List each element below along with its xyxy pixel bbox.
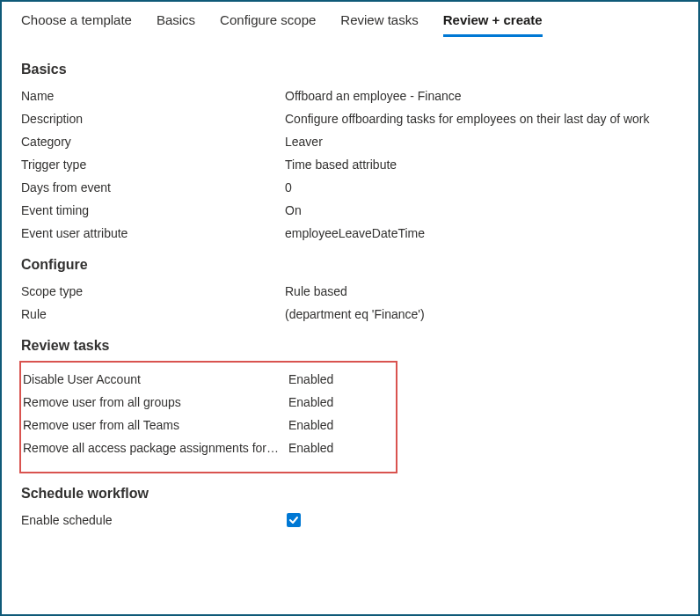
check-icon	[288, 515, 299, 525]
value-event-user-attribute: employeeLeaveDateTime	[285, 226, 679, 240]
review-tasks-highlight-box: Disable User Account Enabled Remove user…	[19, 361, 397, 473]
section-title-schedule: Schedule workflow	[21, 486, 679, 502]
label-event-user-attribute: Event user attribute	[21, 226, 285, 240]
value-scope-type: Rule based	[285, 284, 679, 298]
label-description: Description	[21, 112, 285, 126]
tab-basics[interactable]: Basics	[157, 12, 195, 37]
task-row: Remove user from all Teams Enabled	[21, 414, 389, 436]
enable-schedule-checkbox[interactable]	[287, 513, 301, 527]
task-row: Disable User Account Enabled	[21, 368, 389, 391]
value-event-timing: On	[285, 203, 679, 217]
value-description: Configure offboarding tasks for employee…	[285, 112, 679, 126]
task-name: Remove all access package assignments fo…	[23, 441, 288, 455]
value-name: Offboard an employee - Finance	[285, 89, 679, 103]
task-name: Remove user from all groups	[23, 395, 288, 409]
label-scope-type: Scope type	[21, 284, 285, 298]
section-title-basics: Basics	[21, 62, 679, 77]
label-event-timing: Event timing	[21, 203, 285, 217]
value-days-from-event: 0	[285, 180, 679, 194]
task-status: Enabled	[288, 395, 389, 409]
content-area: Basics Name Offboard an employee - Finan…	[2, 37, 698, 532]
task-name: Remove user from all Teams	[23, 418, 288, 432]
value-trigger-type: Time based attribute	[285, 158, 679, 172]
label-category: Category	[21, 135, 285, 149]
tab-configure-scope[interactable]: Configure scope	[220, 12, 316, 37]
label-trigger-type: Trigger type	[21, 158, 285, 172]
value-category: Leaver	[285, 135, 679, 149]
label-days-from-event: Days from event	[21, 180, 285, 194]
tab-review-tasks[interactable]: Review tasks	[340, 12, 418, 37]
section-title-configure: Configure	[21, 257, 679, 273]
label-name: Name	[21, 89, 285, 103]
tab-bar: Choose a template Basics Configure scope…	[2, 2, 698, 37]
task-row: Remove all access package assignments fo…	[21, 436, 389, 459]
task-status: Enabled	[288, 418, 389, 432]
task-name: Disable User Account	[23, 372, 288, 386]
task-row: Remove user from all groups Enabled	[21, 391, 389, 414]
task-status: Enabled	[288, 441, 389, 455]
value-rule: (department eq 'Finance')	[285, 307, 679, 321]
label-enable-schedule: Enable schedule	[21, 513, 285, 527]
section-title-review-tasks: Review tasks	[21, 338, 679, 354]
task-status: Enabled	[288, 372, 389, 386]
tab-review-create[interactable]: Review + create	[443, 12, 543, 37]
tab-choose-template[interactable]: Choose a template	[21, 12, 132, 37]
label-rule: Rule	[21, 307, 285, 321]
